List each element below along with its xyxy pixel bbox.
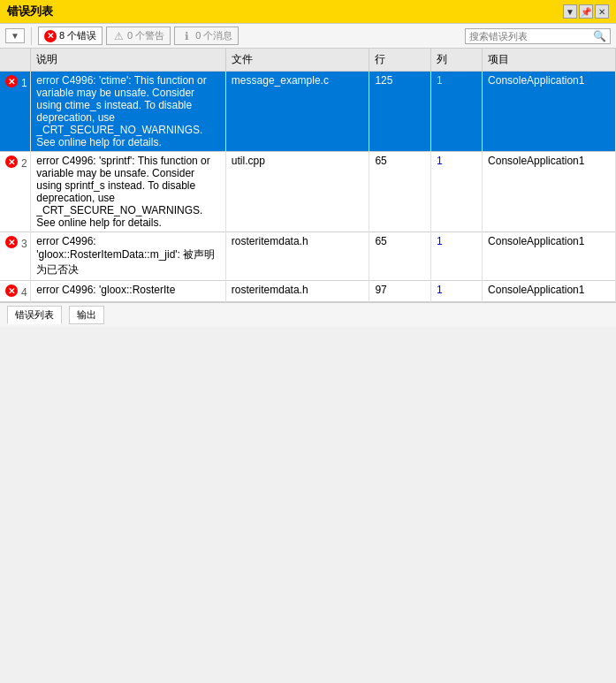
header-col: 列 [431,49,483,72]
table-row[interactable]: ✕2error C4996: 'sprintf': This function … [0,152,616,232]
row-file-cell: util.cpp [225,152,369,232]
row-line-cell: 65 [369,232,431,281]
row-number: 4 [21,284,27,299]
row-number: 2 [21,155,27,170]
row-number: 3 [21,235,27,250]
row-num-cell: ✕3 [0,232,31,281]
bottom-bar: 错误列表 输出 [0,302,616,327]
row-number: 1 [21,74,27,89]
row-desc-cell: error C4996: 'ctime': This function or v… [31,72,226,152]
toolbar: ▼ ✕ 8 个错误 ⚠ 0 个警告 ℹ 0 个消息 🔍 [0,24,616,49]
table-row[interactable]: ✕4error C4996: 'gloox::RosterIterosterit… [0,281,616,302]
row-desc-cell: error C4996: 'sprintf': This function or… [31,152,226,232]
filter-icon: ▼ [11,31,19,41]
row-error-icon: ✕ [5,236,18,248]
row-file-cell: message_example.c [225,72,369,152]
search-icon[interactable]: 🔍 [593,30,606,42]
float-icon: ▼ [566,7,574,17]
row-desc-cell: error C4996: 'gloox::RosterItemData::m_j… [31,232,226,281]
row-col-value: 1 [437,155,443,167]
row-num-cell: ✕2 [0,152,31,232]
table-row[interactable]: ✕1error C4996: 'ctime': This function or… [0,72,616,152]
error-badge[interactable]: ✕ 8 个错误 [38,27,103,45]
row-col-cell: 1 [431,72,483,152]
row-proj-cell: ConsoleApplication1 [483,232,616,281]
row-num-cell: ✕4 [0,281,31,302]
row-proj-cell: ConsoleApplication1 [483,152,616,232]
table-header-row: 说明 文件 行 列 项目 [0,49,616,72]
row-col-value: 1 [437,235,443,247]
row-line-cell: 65 [369,152,431,232]
row-col-cell: 1 [431,232,483,281]
row-error-icon: ✕ [5,156,18,168]
close-button[interactable]: ✕ [595,4,609,19]
row-desc-cell: error C4996: 'gloox::RosterIte [31,281,226,302]
float-button[interactable]: ▼ [563,4,577,19]
title-bar-left: 错误列表 [7,4,53,19]
table-row[interactable]: ✕3error C4996: 'gloox::RosterItemData::m… [0,232,616,281]
title-bar-title: 错误列表 [7,4,53,19]
row-error-icon: ✕ [5,285,18,297]
error-table: 说明 文件 行 列 项目 ✕1error C4996: 'ctime': Thi… [0,49,616,302]
row-col-value: 1 [437,74,443,87]
info-count: 0 个消息 [195,29,232,42]
warning-icon: ⚠ [112,30,125,42]
header-desc: 说明 [31,49,226,72]
info-icon: ℹ [180,30,193,42]
info-badge[interactable]: ℹ 0 个消息 [174,27,239,45]
row-file-cell: rosteritemdata.h [225,232,369,281]
search-box[interactable]: 🔍 [465,28,611,44]
row-num-cell: ✕1 [0,72,31,152]
row-file-cell: rosteritemdata.h [225,281,369,302]
bottom-tab-errors-label: 错误列表 [15,309,54,320]
row-proj-cell: ConsoleApplication1 [483,281,616,302]
bottom-tab-output-label: 输出 [77,309,96,320]
title-bar-controls: ▼ 📌 ✕ [563,4,609,19]
header-line: 行 [369,49,431,72]
filter-button[interactable]: ▼ [5,28,25,43]
row-line-cell: 125 [369,72,431,152]
bottom-tab-output[interactable]: 输出 [69,306,104,324]
row-proj-cell: ConsoleApplication1 [483,72,616,152]
close-icon: ✕ [598,7,605,17]
header-proj: 项目 [483,49,616,72]
row-col-value: 1 [437,284,443,296]
error-icon: ✕ [44,30,57,42]
title-bar: 错误列表 ▼ 📌 ✕ [0,0,616,24]
separator-1 [31,27,32,45]
header-num [0,49,31,72]
bottom-tab-errors[interactable]: 错误列表 [7,306,62,324]
pin-icon: 📌 [581,7,591,17]
warning-count: 0 个警告 [127,29,164,42]
pin-button[interactable]: 📌 [579,4,593,19]
error-count: 8 个错误 [59,29,96,42]
warning-badge[interactable]: ⚠ 0 个警告 [106,27,171,45]
search-input[interactable] [469,31,593,42]
row-error-icon: ✕ [5,75,18,87]
error-table-container: 说明 文件 行 列 项目 ✕1error C4996: 'ctime': Thi… [0,49,616,302]
header-file: 文件 [225,49,369,72]
row-col-cell: 1 [431,281,483,302]
row-col-cell: 1 [431,152,483,232]
row-line-cell: 97 [369,281,431,302]
